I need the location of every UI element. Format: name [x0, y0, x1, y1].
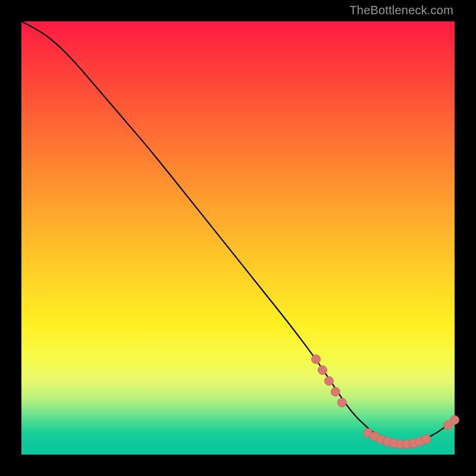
data-point [337, 398, 346, 407]
data-point [422, 434, 431, 443]
chart-overlay [21, 21, 455, 455]
bottleneck-curve [21, 21, 455, 445]
data-point [331, 387, 340, 396]
data-point [318, 366, 327, 375]
data-point [450, 415, 459, 424]
data-point [312, 355, 321, 364]
data-points [312, 355, 459, 449]
data-point [324, 377, 333, 386]
watermark-text: TheBottleneck.com [349, 4, 453, 17]
